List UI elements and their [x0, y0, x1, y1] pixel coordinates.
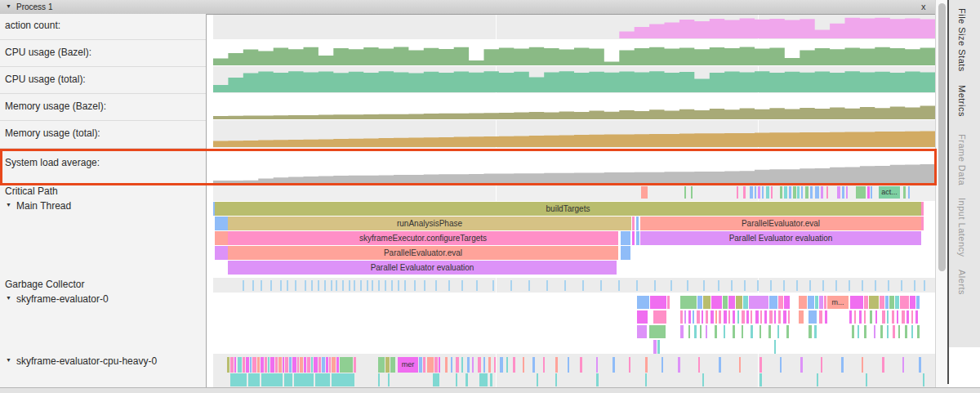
event-slice[interactable]: [528, 280, 530, 291]
event-slice[interactable]: [793, 186, 796, 199]
event-slice[interactable]: [733, 310, 735, 324]
event-slice[interactable]: [784, 186, 787, 199]
event-slice[interactable]: [270, 280, 272, 291]
event-slice[interactable]: [295, 280, 296, 291]
event-slice[interactable]: [799, 296, 807, 309]
event-slice[interactable]: [632, 231, 635, 245]
event-slice-labeled[interactable]: m...: [827, 296, 849, 309]
event-slice[interactable]: [697, 310, 700, 324]
event-slice[interactable]: [902, 310, 905, 324]
event-slice[interactable]: [680, 325, 684, 338]
event-slice[interactable]: [478, 357, 481, 373]
row-label-evaluator0[interactable]: ▼ skyframe-evaluator-0: [16, 293, 109, 305]
event-slice[interactable]: [800, 357, 803, 373]
scrollbar-thumb[interactable]: [938, 3, 946, 271]
event-slice[interactable]: [506, 357, 508, 373]
tab-input-latency[interactable]: Input Latency: [957, 198, 967, 257]
event-slice[interactable]: [757, 280, 759, 291]
collapse-arrow-icon[interactable]: ▼: [6, 295, 11, 301]
event-slice[interactable]: [789, 186, 791, 199]
event-slice[interactable]: [837, 186, 840, 199]
event-slice[interactable]: [318, 357, 321, 373]
event-slice[interactable]: [796, 280, 798, 291]
event-slice[interactable]: [423, 357, 425, 373]
event-slice[interactable]: [261, 373, 283, 386]
event-slice[interactable]: [715, 325, 717, 338]
event-slice[interactable]: [297, 357, 299, 373]
collapse-arrow-icon[interactable]: ▼: [6, 357, 11, 363]
event-slice[interactable]: [596, 357, 598, 373]
event-slice[interactable]: [719, 357, 721, 373]
event-slice[interactable]: [315, 373, 330, 386]
event-slice[interactable]: [466, 373, 468, 386]
event-slice[interactable]: [786, 325, 789, 338]
event-slice[interactable]: [715, 310, 717, 324]
event-slice[interactable]: [842, 186, 844, 199]
event-slice[interactable]: [815, 296, 818, 309]
event-slice[interactable]: [461, 357, 463, 373]
event-slice[interactable]: [888, 280, 889, 291]
event-slice-labeled[interactable]: Parallel Evaluator evaluation: [228, 261, 617, 275]
event-slice[interactable]: [742, 310, 745, 324]
event-slice[interactable]: [688, 310, 691, 324]
event-slice[interactable]: [621, 231, 630, 245]
event-slice[interactable]: [324, 280, 326, 291]
event-slice[interactable]: [737, 186, 738, 199]
event-slice[interactable]: [728, 310, 730, 324]
event-slice[interactable]: [360, 280, 362, 291]
event-slice[interactable]: [706, 325, 707, 338]
event-slice[interactable]: [265, 357, 267, 373]
event-slice[interactable]: [808, 310, 817, 324]
tab-metrics[interactable]: Metrics: [957, 85, 967, 117]
event-slice[interactable]: [819, 310, 822, 324]
event-slice[interactable]: [300, 357, 303, 373]
event-slice[interactable]: [691, 186, 693, 199]
event-slice[interactable]: [479, 373, 488, 386]
event-slice[interactable]: [391, 280, 393, 291]
close-icon[interactable]: x: [921, 2, 926, 11]
event-slice[interactable]: [864, 325, 866, 338]
event-slice[interactable]: [332, 373, 354, 386]
event-slice[interactable]: [711, 296, 722, 309]
event-slice[interactable]: [821, 357, 822, 373]
event-slice[interactable]: [336, 280, 337, 291]
event-slice[interactable]: [336, 357, 339, 373]
event-slice[interactable]: [314, 357, 318, 373]
event-slice[interactable]: [246, 357, 249, 373]
event-slice[interactable]: [332, 357, 336, 373]
event-slice[interactable]: [809, 280, 811, 291]
tab-frame-data[interactable]: Frame Data: [957, 134, 967, 185]
event-slice-labeled[interactable]: buildTargets: [215, 202, 921, 216]
event-slice[interactable]: [275, 357, 278, 373]
event-slice[interactable]: [698, 357, 700, 373]
event-slice[interactable]: [841, 357, 844, 373]
event-slice-labeled[interactable]: ParallelEvaluator.eval: [228, 246, 618, 260]
event-slice[interactable]: [537, 373, 538, 386]
event-slice[interactable]: [870, 310, 872, 324]
event-slice[interactable]: [751, 325, 753, 338]
event-slice[interactable]: [546, 280, 548, 291]
event-slice[interactable]: [340, 357, 353, 373]
event-slice[interactable]: [439, 357, 440, 373]
event-slice[interactable]: [404, 280, 406, 291]
event-slice[interactable]: [743, 186, 746, 199]
event-slice[interactable]: [680, 296, 697, 309]
event-slice[interactable]: [684, 186, 686, 199]
event-slice[interactable]: [850, 296, 863, 309]
event-slice[interactable]: [580, 357, 582, 373]
event-slice[interactable]: [900, 296, 909, 309]
event-slice[interactable]: [461, 280, 463, 291]
event-slice[interactable]: [914, 280, 915, 291]
event-slice[interactable]: [769, 296, 777, 309]
event-slice[interactable]: [911, 310, 913, 324]
event-slice[interactable]: [921, 217, 924, 230]
event-slice[interactable]: [230, 357, 234, 373]
event-slice[interactable]: [654, 280, 656, 291]
event-slice[interactable]: [378, 373, 380, 386]
event-slice[interactable]: [311, 357, 313, 373]
event-slice[interactable]: [916, 296, 920, 309]
event-slice[interactable]: [687, 280, 688, 291]
event-slice[interactable]: [398, 280, 399, 291]
event-slice[interactable]: [908, 186, 910, 199]
event-slice[interactable]: [342, 280, 344, 291]
